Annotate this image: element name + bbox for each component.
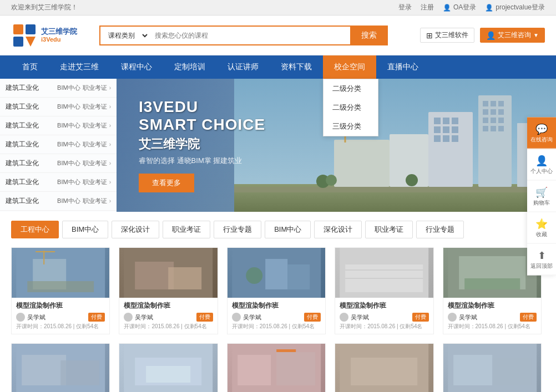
logo[interactable]: 艾三维学院 i3Vedu <box>11 22 77 49</box>
left-menu-item[interactable]: 建筑工业化 BIM中心 职业考证 › <box>0 79 117 98</box>
sidebar-icon: 🛒 <box>535 186 548 198</box>
hero-section: 建筑工业化 BIM中心 职业考证 › 建筑工业化 BIM中心 职业考证 › 建筑… <box>0 79 556 212</box>
svg-rect-69 <box>351 358 417 385</box>
course-title: 模型渲染制作班 <box>124 301 213 310</box>
course-card[interactable]: 模型渲染制作班 吴学斌 付费 开课时间：2015.08.26 | 仅剩54名 <box>119 343 218 392</box>
course-thumbnail <box>228 344 325 392</box>
course-tab[interactable]: 深化设计 <box>314 221 362 238</box>
svg-rect-63 <box>146 366 191 383</box>
nav-dropdown-item-3[interactable]: 三级分类 <box>324 117 378 136</box>
consult-link[interactable]: 👤 艾三维咨询 ▼ <box>480 28 545 43</box>
course-card[interactable]: 模型渲染制作班 吴学斌 付费 开课时间：2015.08.26 | 仅剩54名 <box>227 343 326 392</box>
nav-campus-dropdown: 二级分类 二级分类 三级分类 <box>323 79 378 136</box>
svg-point-34 <box>326 175 337 186</box>
left-menu-item[interactable]: 建筑工业化 BIM中心 职业考证 › <box>0 135 117 154</box>
svg-rect-1 <box>13 37 23 47</box>
svg-rect-15 <box>443 135 449 142</box>
course-badge: 付费 <box>412 313 429 322</box>
left-menu-arrow-icon: › <box>109 179 111 185</box>
sidebar-item-购物车[interactable]: 🛒 购物车 <box>527 180 556 212</box>
sidebar-item-个人中心[interactable]: 👤 个人中心 <box>527 149 556 180</box>
left-menu-sub-label: 职业考证 <box>83 140 107 149</box>
course-card[interactable]: 模型渲染制作班 吴学斌 付费 开课时间：2015.08.26 | 仅剩54名 <box>119 247 218 334</box>
svg-rect-66 <box>276 352 315 385</box>
hero-more-btn[interactable]: 查看更多 <box>139 174 194 192</box>
nav-campus[interactable]: 校企空间 <box>323 55 376 79</box>
arrow-down-icon: ▼ <box>533 32 539 38</box>
course-thumb-svg <box>443 344 541 392</box>
svg-point-50 <box>246 267 262 284</box>
login-link[interactable]: 登录 <box>398 3 412 12</box>
svg-rect-71 <box>453 355 492 385</box>
course-card[interactable]: 模型渲染制作班 吴学斌 付费 开课时间：2015.08.26 | 仅剩54名 <box>227 247 326 334</box>
left-menu-item[interactable]: 建筑工业化 BIM中心 职业考证 › <box>0 154 117 173</box>
sidebar-item-返回顶部[interactable]: ⬆ 返回顶部 <box>527 243 556 275</box>
svg-rect-29 <box>498 126 504 131</box>
nav-training[interactable]: 定制培训 <box>163 55 216 79</box>
course-card[interactable]: 模型渲染制作班 吴学斌 付费 开课时间：2015.08.26 | 仅剩54名 <box>335 247 433 334</box>
header: 艾三维学院 i3Vedu 课程类别 搜索 ⊞ 艾三维软件 👤 艾三维咨询 ▼ <box>0 16 556 55</box>
sidebar-item-在线咨询[interactable]: 💬 在线咨询 <box>527 117 556 149</box>
nav-home[interactable]: 首页 <box>11 55 49 79</box>
user2-icon: 👤 <box>485 4 493 12</box>
course-tab[interactable]: 工程中心 <box>11 221 59 238</box>
course-tab[interactable]: 职业考证 <box>163 221 210 238</box>
search-category-select[interactable]: 课程类别 <box>99 26 149 45</box>
course-thumbnail <box>335 344 433 392</box>
sidebar-icon: ⭐ <box>535 217 548 230</box>
course-card[interactable]: 模型渲染制作班 吴学斌 付费 开课时间：2015.08.26 | 仅剩54名 <box>335 343 433 392</box>
course-section: 工程中心BIM中心深化设计职业考证行业专题BIM中心深化设计职业考证行业专题 模… <box>0 212 556 392</box>
svg-rect-46 <box>169 267 202 289</box>
left-menu-item[interactable]: 建筑工业化 BIM中心 职业考证 › <box>0 211 117 212</box>
course-tab[interactable]: 深化设计 <box>112 221 159 238</box>
oa-login-link[interactable]: OA登录 <box>453 3 476 12</box>
teacher-avatar <box>124 313 133 322</box>
svg-rect-72 <box>492 358 531 385</box>
svg-rect-20 <box>498 101 504 106</box>
left-menu-cat: 建筑工业化 <box>6 177 55 187</box>
register-link[interactable]: 注册 <box>421 3 434 12</box>
nav-courses[interactable]: 课程中心 <box>110 55 163 79</box>
sidebar-label: 返回顶部 <box>530 262 553 269</box>
course-card[interactable]: 模型渲染制作班 吴学斌 付费 开课时间：2015.08.26 | 仅剩54名 <box>11 247 110 334</box>
svg-rect-23 <box>498 109 504 115</box>
teacher-avatar <box>232 313 241 322</box>
software-link[interactable]: ⊞ 艾三维软件 <box>420 28 474 43</box>
sidebar-item-收藏[interactable]: ⭐ 收藏 <box>527 212 556 243</box>
course-thumbnail <box>12 248 109 298</box>
course-thumb-svg <box>119 248 217 298</box>
projectvalue-login-link[interactable]: projectvalue登录 <box>496 3 545 12</box>
nav-about[interactable]: 走进艾三维 <box>49 55 110 79</box>
left-menu-item[interactable]: 建筑工业化 BIM中心 职业考证 › <box>0 192 117 211</box>
nav-live[interactable]: 直播中心 <box>376 55 429 79</box>
sidebar-icon: ⬆ <box>538 249 546 261</box>
project-login-area: 👤 projectvalue登录 <box>485 3 545 12</box>
course-info: 模型渲染制作班 吴学斌 付费 开课时间：2015.08.26 | 仅剩54名 <box>119 298 217 334</box>
course-tab[interactable]: BIM中心 <box>265 221 311 238</box>
left-menu-mid: BIM中心 <box>57 178 80 186</box>
svg-marker-67 <box>276 349 296 352</box>
teacher-name: 吴学斌 <box>351 313 369 322</box>
course-tab[interactable]: BIM中心 <box>62 221 108 238</box>
nav-download[interactable]: 资料下载 <box>270 55 323 79</box>
left-menu-item[interactable]: 建筑工业化 BIM中心 职业考证 › <box>0 98 117 116</box>
course-extra: 开课时间：2015.08.26 | 仅剩54名 <box>340 323 428 330</box>
course-badge: 付费 <box>304 313 321 322</box>
left-menu-item[interactable]: 建筑工业化 BIM中心 职业考证 › <box>0 173 117 192</box>
nav-dropdown-item-2[interactable]: 二级分类 <box>324 98 378 117</box>
search-input[interactable] <box>149 26 350 45</box>
course-tab[interactable]: 行业专题 <box>214 221 261 238</box>
course-card[interactable]: 模型渲染制作班 吴学斌 付费 开课时间：2015.08.26 | 仅剩54名 <box>11 343 110 392</box>
course-meta: 吴学斌 付费 <box>16 313 105 322</box>
nav-cert[interactable]: 认证讲师 <box>216 55 270 79</box>
teacher-name: 吴学斌 <box>27 313 46 322</box>
left-menu-item[interactable]: 建筑工业化 BIM中心 职业考证 › <box>0 116 117 135</box>
course-extra: 开课时间：2015.08.26 | 仅剩54名 <box>124 323 213 330</box>
course-tab[interactable]: 职业考证 <box>365 221 413 238</box>
right-sidebar: 💬 在线咨询 👤 个人中心 🛒 购物车 ⭐ 收藏 ⬆ 返回顶部 <box>527 117 556 275</box>
course-card[interactable]: 模型渲染制作班 吴学斌 付费 开课时间：2015.08.26 | 仅剩54名 <box>443 343 542 392</box>
left-menu-sub-label: 职业考证 <box>83 84 107 92</box>
course-tab[interactable]: 行业专题 <box>416 221 464 238</box>
search-button[interactable]: 搜索 <box>350 26 388 45</box>
nav-dropdown-item-1[interactable]: 二级分类 <box>324 79 378 98</box>
